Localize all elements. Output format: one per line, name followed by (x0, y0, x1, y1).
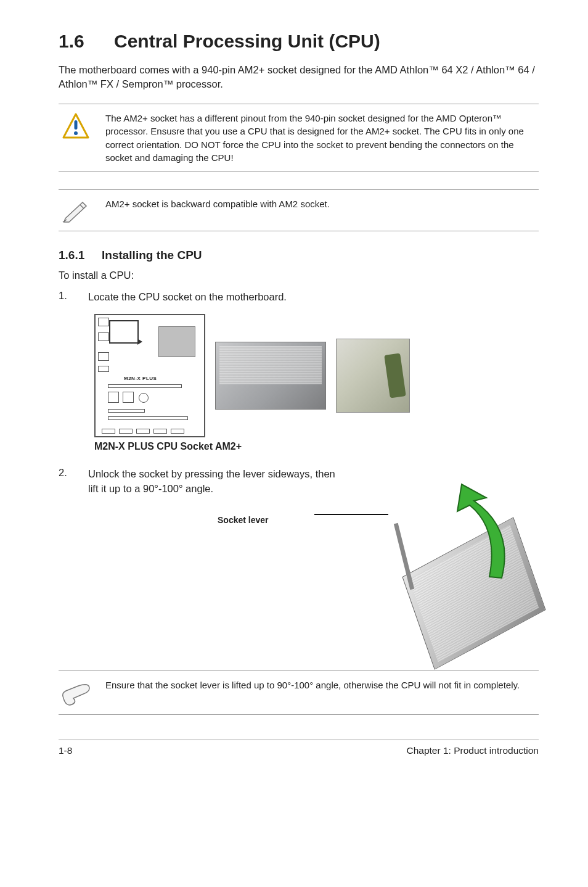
note-text: AM2+ socket is backward compatible with … (105, 197, 539, 223)
footer-page-number: 1-8 (59, 745, 72, 756)
page-footer: 1-8 Chapter 1: Product introduction (59, 740, 539, 756)
warning-icon (59, 112, 93, 164)
cpu-socket-photo (215, 342, 326, 410)
socket-lever-illustration (354, 467, 539, 652)
cpu-chip-photo (336, 339, 410, 413)
svg-rect-1 (75, 120, 78, 130)
step-1: 1. Locate the CPU socket on the motherbo… (59, 290, 539, 304)
hand-point-icon (59, 679, 93, 707)
motherboard-diagram: M2N-X PLUS (94, 314, 205, 437)
step-2: 2. Unlock the socket by pressing the lev… (59, 467, 348, 495)
warning-callout: The AM2+ socket has a different pinout f… (59, 104, 539, 172)
step-2-number: 2. (59, 467, 71, 495)
socket-lever-label: Socket lever (218, 515, 269, 525)
green-arrow-icon (428, 479, 520, 584)
step-1-text: Locate the CPU socket on the motherboard… (88, 290, 539, 304)
hand-text: Ensure that the socket lever is lifted u… (105, 679, 539, 707)
diagram-row: M2N-X PLUS (94, 314, 539, 437)
section-heading: 1.6Central Processing Unit (CPU) (59, 31, 539, 52)
section-number: 1.6 (59, 31, 114, 52)
install-lead: To install a CPU: (59, 270, 539, 281)
pencil-note-icon (59, 197, 93, 223)
subsection-heading: 1.6.1Installing the CPU (59, 249, 539, 262)
diagram-caption: M2N-X PLUS CPU Socket AM2+ (94, 441, 539, 452)
warning-text: The AM2+ socket has a different pinout f… (105, 112, 539, 164)
step-1-number: 1. (59, 290, 71, 304)
step-2-text: Unlock the socket by pressing the lever … (88, 467, 348, 495)
subsection-number: 1.6.1 (59, 249, 102, 262)
note-callout: AM2+ socket is backward compatible with … (59, 189, 539, 231)
intro-paragraph: The motherboard comes with a 940-pin AM2… (59, 63, 539, 91)
subsection-title-text: Installing the CPU (102, 249, 202, 262)
footer-chapter: Chapter 1: Product introduction (406, 745, 539, 756)
svg-point-2 (74, 131, 78, 135)
section-title-text: Central Processing Unit (CPU) (114, 31, 380, 51)
hand-callout: Ensure that the socket lever is lifted u… (59, 670, 539, 715)
board-model-label: M2N-X PLUS (124, 376, 157, 381)
